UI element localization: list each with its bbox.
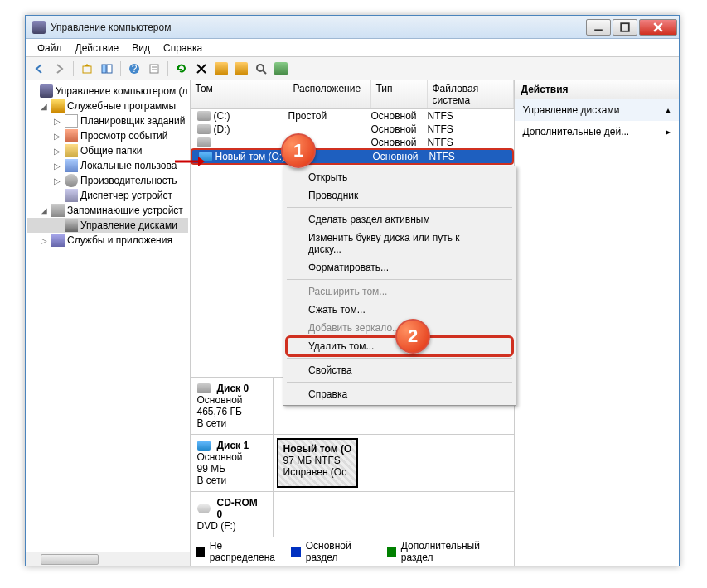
- svg-text:?: ?: [132, 63, 138, 75]
- window-title: Управление компьютером: [51, 22, 586, 33]
- properties-button[interactable]: [145, 60, 163, 78]
- svg-point-14: [257, 65, 264, 71]
- actions-pane: Действия Управление дисками▴ Дополнитель…: [515, 80, 680, 566]
- volume-row[interactable]: (D:) Основной NTFS: [191, 123, 514, 136]
- col-type[interactable]: Тип: [371, 80, 428, 108]
- cdrom-block[interactable]: CD-ROM 0 DVD (F:): [191, 492, 514, 537]
- cdrom-icon: [197, 504, 211, 513]
- tree-root[interactable]: Управление компьютером (л: [27, 84, 188, 99]
- ctx-shrink[interactable]: Сжать том...: [285, 301, 514, 319]
- actions-more[interactable]: Дополнительные дей...▸: [515, 121, 680, 142]
- tree-pane: Управление компьютером (л ◢Служебные про…: [26, 80, 191, 566]
- tree-services[interactable]: ▷Службы и приложения: [27, 233, 188, 248]
- up-button[interactable]: [78, 60, 96, 78]
- menu-file[interactable]: Файл: [31, 41, 69, 55]
- chevron-right-icon: ▸: [666, 126, 671, 137]
- ctx-change-letter[interactable]: Изменить букву диска или путь к диску...: [285, 229, 514, 258]
- volume-row[interactable]: й Основной NTFS: [191, 136, 514, 149]
- show-hide-tree-button[interactable]: [98, 60, 116, 78]
- disk-icon: [197, 383, 211, 393]
- annotation-badge-2: 2: [395, 319, 430, 354]
- ctx-extend: Расширить том...: [285, 282, 514, 301]
- minimize-button[interactable]: [586, 19, 611, 36]
- disk-1-block[interactable]: Диск 1 Основной 99 МБ В сети Новый том (…: [191, 435, 514, 492]
- menu-help[interactable]: Справка: [157, 41, 209, 55]
- drive-icon: [197, 124, 211, 134]
- drive-icon: [197, 111, 211, 121]
- volume-row[interactable]: (C:) Простой Основной NTFS: [191, 109, 514, 123]
- collapse-icon: ▴: [666, 104, 671, 116]
- forward-button[interactable]: [51, 60, 69, 78]
- menubar: Файл Действие Вид Справка: [26, 39, 679, 57]
- menu-view[interactable]: Вид: [125, 41, 157, 55]
- ctx-open[interactable]: Открыть: [285, 168, 514, 186]
- actions-disk-management[interactable]: Управление дисками▴: [515, 99, 680, 121]
- volume-list-header: Том Расположение Тип Файловая система: [191, 80, 514, 109]
- svg-line-15: [263, 70, 266, 74]
- svg-rect-1: [621, 23, 629, 31]
- tree-local-users[interactable]: ▷Локальные пользова: [27, 158, 188, 173]
- volume-row-selected[interactable]: Новый том (O:) й Основной NTFS: [191, 148, 514, 165]
- svg-rect-6: [107, 65, 112, 73]
- tree-disk-management[interactable]: Управление дисками: [27, 218, 188, 233]
- app-icon: [32, 21, 46, 34]
- ctx-help[interactable]: Справка: [285, 385, 514, 403]
- tree-scrollbar[interactable]: [26, 552, 190, 566]
- col-layout[interactable]: Расположение: [288, 80, 371, 108]
- ctx-properties[interactable]: Свойства: [285, 361, 514, 379]
- toolbar: ?: [26, 57, 679, 80]
- tool-icon[interactable]: [232, 60, 250, 78]
- ctx-make-active[interactable]: Сделать раздел активным: [285, 210, 514, 229]
- drive-icon: [197, 137, 211, 147]
- svg-rect-5: [102, 65, 106, 73]
- tree-system-tools[interactable]: ◢Служебные программы: [27, 99, 188, 113]
- maximize-button[interactable]: [613, 19, 637, 36]
- annotation-badge-1: 1: [281, 133, 316, 168]
- actions-header: Действия: [515, 80, 680, 99]
- ctx-explorer[interactable]: Проводник: [285, 186, 514, 205]
- svg-rect-4: [83, 66, 91, 73]
- settings-icon[interactable]: [272, 60, 290, 78]
- menu-action[interactable]: Действие: [69, 41, 126, 55]
- tree-performance[interactable]: ▷Производительность: [27, 173, 188, 188]
- svg-rect-9: [150, 65, 158, 73]
- disk-icon: [197, 441, 211, 451]
- col-volume[interactable]: Том: [191, 80, 288, 108]
- refresh-button[interactable]: [172, 60, 191, 78]
- legend: Не распределена Основной раздел Дополнит…: [191, 537, 514, 566]
- close-button[interactable]: [639, 19, 677, 36]
- tool-icon[interactable]: [212, 60, 230, 78]
- search-icon[interactable]: [252, 60, 270, 78]
- titlebar[interactable]: Управление компьютером: [26, 16, 679, 39]
- help-button[interactable]: ?: [125, 60, 143, 78]
- partition-selected[interactable]: Новый том (O 97 МБ NTFS Исправен (Ос: [277, 438, 359, 488]
- tree-device-manager[interactable]: Диспетчер устройст: [27, 188, 188, 203]
- ctx-format[interactable]: Форматировать...: [285, 258, 514, 277]
- context-menu: Открыть Проводник Сделать раздел активны…: [283, 166, 516, 406]
- tree-storage[interactable]: ◢Запоминающие устройст: [27, 203, 188, 218]
- back-button[interactable]: [31, 60, 49, 78]
- delete-icon[interactable]: [192, 60, 211, 78]
- annotation-arrow-icon: [173, 153, 206, 170]
- col-fs[interactable]: Файловая система: [428, 80, 514, 108]
- tree-task-scheduler[interactable]: ▷Планировщик заданий: [27, 113, 188, 128]
- tree-event-viewer[interactable]: ▷Просмотр событий: [27, 128, 188, 143]
- tree-shared-folders[interactable]: ▷Общие папки: [27, 143, 188, 158]
